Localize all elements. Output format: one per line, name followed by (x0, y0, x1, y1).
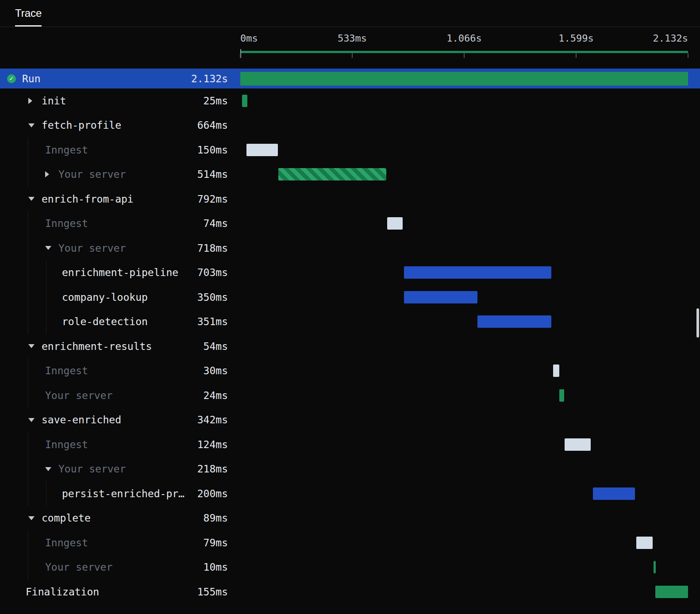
row-track (240, 383, 688, 408)
span-bar (565, 438, 591, 451)
chevron-down-icon[interactable] (26, 516, 42, 520)
row-label: role-detection (62, 316, 148, 327)
span-bar (593, 487, 635, 500)
row-left: enrich-from-api792ms (0, 187, 240, 211)
trace-row[interactable]: Inngest30ms (0, 359, 700, 384)
trace-row[interactable]: Your server718ms (0, 236, 700, 261)
row-label: fetch-profile (42, 119, 121, 131)
row-left: Inngest74ms (0, 211, 240, 236)
trace-row[interactable]: Your server24ms (0, 383, 700, 408)
timeline-header: 0ms533ms1.066s1.599s2.132s (0, 27, 700, 69)
trace-row[interactable]: fetch-profile664ms (0, 113, 700, 138)
row-track (240, 481, 688, 506)
row-left: Inngest124ms (0, 432, 240, 457)
trace-row[interactable]: role-detection351ms (0, 310, 700, 334)
chevron-right-icon[interactable] (26, 98, 42, 104)
row-duration: 54ms (204, 341, 228, 352)
trace-row[interactable]: Inngest79ms (0, 530, 700, 555)
row-track (240, 162, 688, 187)
ruler-tick (464, 53, 465, 58)
trace-row[interactable]: enrich-from-api792ms (0, 187, 700, 211)
run-duration: 2.132s (191, 73, 228, 84)
ruler-tick (576, 53, 577, 58)
row-left: role-detection351ms (0, 310, 240, 334)
span-bar (655, 586, 688, 598)
row-duration: 150ms (197, 144, 228, 156)
row-label: Your server (58, 463, 126, 475)
tick-label: 533ms (338, 33, 367, 44)
chevron-down-icon[interactable] (42, 246, 58, 250)
trace-row[interactable]: init25ms (0, 88, 700, 113)
row-track (240, 211, 688, 236)
row-left: Your server10ms (0, 555, 240, 580)
row-duration: 30ms (204, 365, 228, 376)
span-bar (278, 168, 386, 180)
ruler-tick (240, 53, 241, 58)
run-label: Run (22, 73, 41, 84)
row-duration: 25ms (204, 95, 228, 107)
chevron-down-icon[interactable] (26, 123, 42, 127)
row-label: init (42, 95, 66, 107)
row-label: Finalization (26, 586, 99, 598)
run-track (240, 69, 688, 88)
row-track (240, 457, 688, 482)
chevron-right-icon[interactable] (42, 171, 58, 177)
row-label: complete (42, 512, 91, 524)
trace-row[interactable]: Your server218ms (0, 457, 700, 482)
trace-row[interactable]: complete89ms (0, 506, 700, 531)
chevron-down-icon[interactable] (26, 418, 42, 422)
trace-row[interactable]: persist-enriched-pr…200ms (0, 481, 700, 506)
chevron-down-icon[interactable] (42, 467, 58, 471)
trace-row[interactable]: enrichment-pipeline703ms (0, 261, 700, 285)
chevron-down-icon[interactable] (26, 197, 42, 201)
row-left: Your server24ms (0, 383, 240, 408)
row-label: enrichment-results (42, 341, 152, 352)
row-label: persist-enriched-pr… (62, 488, 185, 499)
trace-row[interactable]: Inngest124ms (0, 432, 700, 457)
trace-row[interactable]: Your server514ms (0, 162, 700, 187)
trace-row[interactable]: enrichment-results54ms (0, 334, 700, 359)
chevron-down-icon[interactable] (26, 344, 42, 348)
tick-label: 2.132s (653, 33, 688, 44)
tree-guide (28, 457, 28, 482)
run-row[interactable]: ✓ Run 2.132s (0, 69, 700, 88)
span-bar (246, 144, 278, 156)
row-track (240, 359, 688, 384)
trace-row[interactable]: Your server10ms (0, 555, 700, 580)
row-left: enrichment-results54ms (0, 334, 240, 359)
row-label: Your server (45, 561, 112, 573)
trace-row[interactable]: Finalization155ms (0, 579, 700, 604)
tree-guide (46, 481, 46, 506)
row-track (240, 310, 688, 334)
trace-row[interactable]: company-lookup350ms (0, 285, 700, 310)
row-duration: 350ms (197, 292, 228, 303)
row-track (240, 579, 688, 604)
row-track (240, 138, 688, 162)
check-circle-icon: ✓ (7, 74, 16, 83)
row-label: enrich-from-api (42, 193, 134, 205)
row-track (240, 187, 688, 211)
trace-row[interactable]: save-enriched342ms (0, 408, 700, 433)
row-duration: 514ms (197, 169, 228, 180)
trace-row[interactable]: Inngest74ms (0, 211, 700, 236)
tree-guide (28, 138, 28, 162)
row-label: Inngest (45, 218, 88, 229)
row-left: enrichment-pipeline703ms (0, 261, 240, 285)
row-left: init25ms (0, 88, 240, 113)
tree-guide (28, 555, 28, 580)
tree-guide (28, 359, 28, 384)
timeline-ruler[interactable] (240, 50, 688, 60)
row-left: save-enriched342ms (0, 408, 240, 433)
row-track (240, 285, 688, 310)
tab-trace[interactable]: Trace (15, 0, 42, 27)
row-track (240, 408, 688, 433)
row-label: save-enriched (42, 414, 121, 426)
row-label: Inngest (45, 365, 88, 376)
row-left: Inngest79ms (0, 530, 240, 555)
scrollbar-thumb[interactable] (696, 308, 699, 338)
tree-guide (28, 285, 28, 310)
span-bar (242, 95, 247, 107)
row-track (240, 555, 688, 580)
row-duration: 351ms (197, 316, 228, 327)
trace-row[interactable]: Inngest150ms (0, 138, 700, 162)
